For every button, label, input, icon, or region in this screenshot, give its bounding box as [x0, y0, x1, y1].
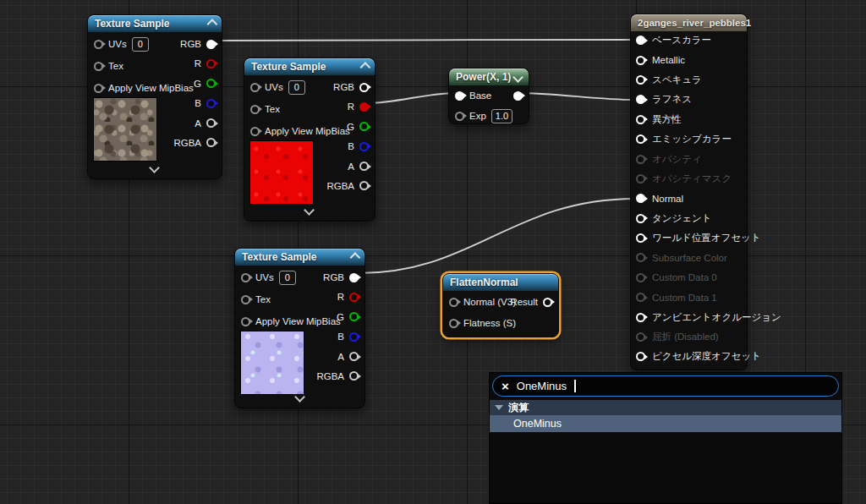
material-pin-custom-data-0[interactable]: [636, 273, 645, 282]
pin-label: ベースカラー: [652, 34, 711, 47]
input-pin-uvs[interactable]: [241, 273, 250, 282]
input-pin-tex[interactable]: [250, 105, 260, 114]
output-pin-rgb[interactable]: [349, 273, 359, 282]
output-pin-a[interactable]: [349, 352, 359, 361]
input-pin-flatness-s[interactable]: [449, 319, 458, 328]
node-header[interactable]: Texture Sample: [244, 58, 375, 75]
output-pin-result[interactable]: [543, 298, 552, 307]
output-pin-b[interactable]: [206, 99, 216, 108]
output-pin-rgb[interactable]: [206, 40, 216, 49]
output-pin-result[interactable]: [513, 91, 523, 101]
output-row: R: [337, 290, 359, 304]
node-title: Texture Sample: [95, 18, 169, 30]
node-power[interactable]: Power(X, 1)BaseExp1.0: [448, 68, 529, 124]
output-pin-rgba[interactable]: [349, 371, 359, 381]
collapse-chevron-icon[interactable]: [350, 252, 361, 263]
pin-label: B: [348, 141, 354, 151]
output-pin-g[interactable]: [359, 122, 369, 131]
output-row: RGBA: [316, 370, 359, 383]
value-box[interactable]: 1.0: [491, 109, 512, 123]
output-pin-b[interactable]: [349, 332, 359, 342]
output-pin-rgba[interactable]: [359, 181, 369, 190]
input-row: Normal (V3): [449, 295, 516, 309]
node-header[interactable]: Texture Sample: [235, 249, 364, 266]
node-search-panel: × OneMinus 演算 OneMinus: [489, 372, 842, 504]
material-pin-tangent[interactable]: [636, 214, 645, 223]
input-pin-uvs[interactable]: [94, 40, 103, 49]
output-pin-rgba[interactable]: [206, 138, 216, 147]
output-row: RGB: [333, 80, 369, 94]
search-box[interactable]: × OneMinus: [492, 375, 839, 397]
value-box[interactable]: 0: [288, 80, 305, 95]
search-result-item[interactable]: OneMinus: [490, 415, 841, 432]
input-pin-tex[interactable]: [241, 295, 250, 304]
output-row: RGB: [180, 37, 216, 51]
material-pin-opacity[interactable]: [636, 155, 645, 164]
search-category-row[interactable]: 演算: [490, 400, 841, 415]
material-pin-opacity-mask[interactable]: [636, 174, 645, 184]
input-pin-apply-view-mipbias[interactable]: [94, 84, 103, 93]
output-row: G: [347, 120, 369, 134]
input-pin-exp[interactable]: [455, 112, 464, 121]
material-graph-canvas[interactable]: { "colors":{"header_blue":"#2e7aa8","hea…: [0, 0, 866, 504]
output-pin-g[interactable]: [206, 79, 216, 88]
input-pin-base[interactable]: [455, 91, 464, 101]
clear-search-icon[interactable]: ×: [502, 380, 509, 392]
pin-label: Metallic: [652, 55, 685, 65]
search-input[interactable]: OneMinus: [517, 380, 567, 392]
text-caret: [574, 380, 576, 392]
material-pin-emissive-color[interactable]: [636, 134, 645, 144]
value-box[interactable]: 0: [279, 271, 296, 285]
pin-label: Tex: [255, 294, 271, 304]
input-row: Flatness (S): [449, 316, 516, 330]
output-row: A: [337, 350, 359, 364]
category-collapse-icon[interactable]: [495, 405, 503, 410]
output-pin-r[interactable]: [206, 59, 216, 68]
node-header[interactable]: FlattenNormal: [443, 274, 558, 291]
material-pin-row-specular: スペキュラ: [636, 70, 743, 90]
material-pin-normal[interactable]: [636, 194, 645, 203]
material-pin-specular[interactable]: [636, 75, 645, 85]
value-box[interactable]: 0: [132, 37, 149, 52]
material-pin-base-color[interactable]: [636, 36, 645, 45]
output-pin-r[interactable]: [359, 102, 369, 112]
collapse-chevron-icon[interactable]: [512, 72, 523, 83]
material-pin-subsurface-color[interactable]: [636, 253, 645, 262]
output-pin-rgb[interactable]: [359, 83, 369, 92]
texture-preview-red: [249, 140, 314, 205]
material-pin-anisotropy[interactable]: [636, 115, 645, 124]
material-pin-metallic[interactable]: [636, 56, 645, 65]
collapse-chevron-icon[interactable]: [360, 62, 371, 73]
material-pin-refraction[interactable]: [636, 332, 645, 342]
node-texture-sample-1[interactable]: Texture SampleUVs0TexApply View MipBiasR…: [87, 14, 222, 179]
input-pin-uvs[interactable]: [250, 83, 260, 92]
output-pin-g[interactable]: [349, 312, 359, 321]
node-header[interactable]: Texture Sample: [88, 15, 222, 32]
pin-label: B: [337, 331, 344, 342]
input-pin-apply-view-mipbias[interactable]: [250, 127, 260, 136]
material-pin-row-base-color: ベースカラー: [636, 30, 743, 50]
node-texture-sample-2[interactable]: Texture SampleUVs0TexApply View MipBiasR…: [244, 58, 375, 222]
material-pin-custom-data-1[interactable]: [636, 293, 645, 302]
material-pin-row-custom-data-1: Custom Data 1: [636, 288, 743, 307]
output-pin-b[interactable]: [359, 142, 369, 151]
node-material-result[interactable]: 2ganges_river_pebbles1ベースカラーMetallicスペキュ…: [630, 14, 748, 370]
node-header[interactable]: Power(X, 1): [449, 68, 529, 85]
output-pin-a[interactable]: [206, 118, 216, 128]
material-pin-pixel-depth-offset[interactable]: [636, 352, 645, 361]
material-pin-roughness[interactable]: [636, 95, 645, 104]
expand-chevron-icon[interactable]: [149, 162, 160, 173]
node-texture-sample-3[interactable]: Texture SampleUVs0TexApply View MipBiasR…: [234, 248, 365, 408]
expand-chevron-icon[interactable]: [304, 205, 315, 216]
material-pin-row-roughness: ラフネス: [636, 90, 743, 109]
input-pin-normal-v3[interactable]: [449, 298, 458, 307]
material-pin-ambient-occlusion[interactable]: [636, 313, 645, 322]
node-header[interactable]: 2ganges_river_pebbles1: [631, 14, 747, 31]
material-pin-world-position-offset[interactable]: [636, 233, 645, 243]
collapse-chevron-icon[interactable]: [207, 19, 218, 30]
node-flatten-normal[interactable]: FlattenNormalNormal (V3)Flatness (S)Resu…: [442, 273, 559, 337]
input-pin-tex[interactable]: [94, 62, 103, 71]
input-pin-apply-view-mipbias[interactable]: [241, 317, 250, 326]
output-pin-a[interactable]: [359, 162, 369, 171]
output-pin-r[interactable]: [349, 293, 359, 302]
